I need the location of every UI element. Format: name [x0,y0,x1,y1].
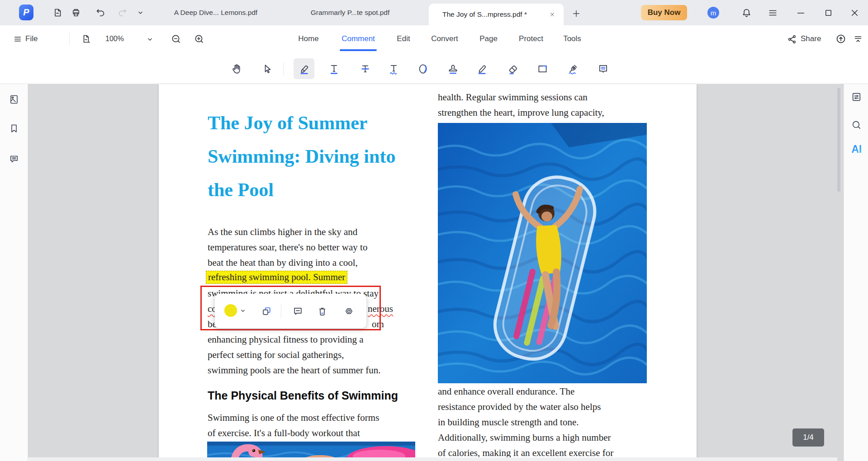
share-label[interactable]: Share [801,25,821,52]
properties-panel-button[interactable] [850,90,863,103]
save-icon [52,7,63,18]
redo-icon [117,7,128,18]
collapse-toolbar-button[interactable] [851,33,865,46]
add-note-button[interactable] [291,305,304,317]
app-menu-button[interactable] [766,6,779,19]
page-fit-icon [81,33,91,44]
doc-title-line-1: The Joy of Summer [208,112,367,134]
tool-underline[interactable] [325,60,343,78]
tab-tools[interactable]: Tools [563,25,581,52]
zoom-level-value[interactable]: 100% [105,25,124,52]
close-icon [849,7,860,19]
redo-button-disabled[interactable] [116,6,129,19]
tool-highlight-selected[interactable] [294,58,314,79]
horizontal-scrollbar[interactable] [28,457,837,461]
rectangle-icon [536,63,549,75]
doc-text-line: Swimming is one of the most effective fo… [208,412,379,424]
tool-pan-hand[interactable] [228,60,246,78]
doc-text-line: As the sun climbs higher in the sky and [208,226,357,238]
color-dropdown[interactable] [239,305,247,317]
doc-highlight-annotation[interactable]: refreshing swimming pool. Summer [206,271,347,283]
doc-text-line: in building muscle strength and tone. [438,416,579,428]
select-cursor-icon [261,63,273,75]
notifications-button[interactable] [740,6,753,19]
caret-down-icon [138,11,143,15]
search-button[interactable] [850,118,863,131]
tool-eraser[interactable] [504,60,522,78]
page-fit-button[interactable] [79,32,93,46]
titlebar: P A Deep Dive... Lemons.pdf Grammarly P.… [0,0,868,25]
maximize-button[interactable] [821,6,835,19]
doc-text-line: resistance provided by the water also he… [438,401,601,413]
tool-ink-signature[interactable] [564,60,582,78]
comments-panel-button[interactable] [8,153,20,165]
bookmark-panel-button[interactable] [8,122,20,135]
tab-edit[interactable]: Edit [397,25,410,52]
tool-strikethrough[interactable] [356,60,374,78]
file-menu-label[interactable]: File [25,25,38,52]
document-tab-1[interactable]: A Deep Dive... Lemons.pdf [154,0,278,25]
delete-icon [317,306,328,317]
tab-home[interactable]: Home [298,25,318,52]
properties-panel-icon [851,91,862,103]
avatar[interactable]: m [707,7,719,19]
left-sidebar [0,84,28,461]
ai-assistant-button[interactable]: AI [849,143,864,155]
maximize-icon [823,8,834,18]
copy-annotation-button[interactable] [260,305,273,317]
minimize-button[interactable] [794,6,807,19]
tab-protect[interactable]: Protect [519,25,543,52]
tool-select[interactable] [258,60,276,78]
tool-pen-highlight[interactable] [473,60,491,78]
active-tab-underline [340,49,377,51]
zoom-in-button[interactable] [192,32,206,46]
highlight-color-swatch[interactable] [224,304,237,317]
pen-highlight-icon [476,63,488,75]
tab-comment[interactable]: Comment [342,25,375,52]
doc-text-line: and enhance overall endurance. The [438,386,574,398]
buy-now-button[interactable]: Buy Now [641,5,687,20]
new-tab-button[interactable] [569,7,583,20]
save-button[interactable] [51,6,64,19]
properties-icon [343,306,355,317]
vertical-scrollbar[interactable] [837,88,840,192]
highlight-icon [298,63,310,75]
undo-redo-dropdown[interactable] [135,6,146,19]
highlighted-text[interactable]: refreshing swimming pool. Summer [206,271,347,284]
file-menu-icon [13,34,23,44]
zoom-out-button[interactable] [169,32,183,46]
underline-icon [328,63,340,75]
doc-section-heading: The Physical Benefits of Swimming [208,389,398,402]
upload-button[interactable] [834,32,848,46]
tool-area-highlight[interactable] [414,60,432,78]
file-menu-button[interactable] [11,32,24,46]
close-button[interactable] [848,6,861,19]
undo-icon [95,7,106,18]
app-logo[interactable]: P [19,5,33,20]
tool-rectangle[interactable] [533,60,551,78]
menu-icon [767,7,778,19]
bookmark-icon [9,123,19,134]
document-tab-2[interactable]: Grammarly P...te spot.pdf [292,0,408,25]
tool-stamp[interactable] [444,60,462,78]
tab-close-icon[interactable] [549,11,555,18]
sticky-note-icon [597,63,609,75]
document-tab-active[interactable]: The Joy of S...mpress.pdf * [429,4,564,25]
doc-title-line-3: the Pool [208,179,274,201]
share-icon-button[interactable] [785,33,799,46]
tab-page[interactable]: Page [479,25,498,52]
undo-button[interactable] [94,6,107,19]
app-logo-letter: P [23,7,29,18]
print-button[interactable] [69,6,83,19]
divider [283,62,284,75]
tab-convert[interactable]: Convert [431,25,458,52]
tool-squiggly-underline[interactable] [384,60,403,78]
tool-sticky-note[interactable] [594,60,612,78]
zoom-dropdown[interactable] [145,36,155,42]
thumbnail-panel-button[interactable] [8,93,20,106]
annotation-properties-button[interactable] [342,305,355,317]
pdf-editor-window: P A Deep Dive... Lemons.pdf Grammarly P.… [0,0,868,461]
doc-text-line: Additionally, swimming burns a high numb… [438,432,611,444]
copy-icon [261,306,272,317]
delete-annotation-button[interactable] [316,305,328,317]
